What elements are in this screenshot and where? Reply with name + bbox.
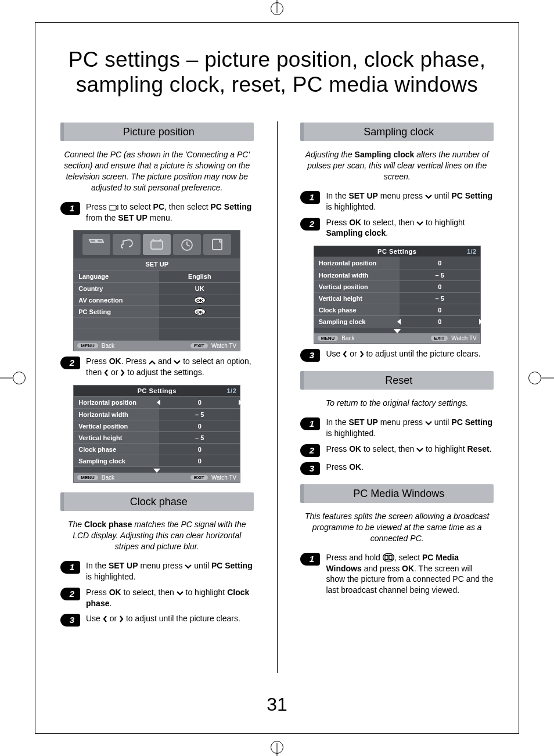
- section-header-sampling-clock: Sampling clock: [300, 123, 494, 141]
- chevron-left-icon: [104, 369, 109, 376]
- osd-body: LanguageEnglish CountryUK AV connectionO…: [73, 270, 240, 341]
- svg-rect-3: [151, 241, 163, 249]
- page-number: 31: [60, 694, 494, 715]
- chevron-right-icon: [359, 351, 364, 358]
- chevron-down-icon: [425, 194, 432, 200]
- ok-icon: OK: [194, 308, 206, 315]
- intro-clock-phase: The Clock phase matches the PC signal wi…: [64, 519, 250, 552]
- page: PC settings – picture position, clock ph…: [0, 0, 554, 756]
- page-title: PC settings – picture position, clock ph…: [60, 48, 494, 97]
- svg-rect-5: [213, 239, 222, 250]
- osd-row-label: Language: [74, 271, 159, 282]
- step-badge-1: 1: [60, 202, 80, 215]
- section-header-pc-media: PC Media Windows: [300, 484, 494, 503]
- osd-more-down-icon: [314, 327, 481, 333]
- chevron-left-icon: [103, 615, 107, 622]
- osd-setup-menu: SET UP LanguageEnglish CountryUK AV conn…: [73, 230, 240, 351]
- chevron-down-icon: [177, 591, 184, 596]
- section-header-picture-position: Picture position: [60, 123, 254, 141]
- step-badge-3: 3: [300, 462, 320, 475]
- step-badge-2: 2: [300, 218, 320, 231]
- intro-sampling-clock: Adjusting the Sampling clock alters the …: [304, 149, 490, 182]
- chevron-down-icon: [425, 420, 432, 426]
- chevron-down-icon: [416, 447, 423, 453]
- svg-text:3: 3: [310, 350, 315, 360]
- step-text: Press to select PC, then select PC Setti…: [86, 201, 254, 224]
- step-badge-1: 1: [300, 417, 320, 430]
- svg-text:OK: OK: [196, 298, 203, 303]
- svg-rect-35: [389, 555, 392, 559]
- intro-pc-media: This features splits the screen allowing…: [304, 511, 490, 544]
- osd-icon-bar: [73, 230, 240, 258]
- osd-footer: MENU Back EXIT Watch TV: [73, 341, 240, 351]
- step-badge-2: 2: [300, 444, 320, 457]
- chevron-down-icon: [416, 221, 423, 226]
- chevron-down-icon: [174, 359, 181, 365]
- osd-header: PC Settings1/2: [73, 385, 240, 396]
- svg-text:3: 3: [310, 463, 315, 473]
- osd-tile-lock-icon: [203, 234, 231, 255]
- ok-icon: OK: [194, 297, 206, 304]
- svg-rect-2: [109, 206, 116, 210]
- svg-text:2: 2: [309, 445, 315, 455]
- osd-tile-setup-icon: [143, 234, 171, 255]
- section-header-reset: Reset: [300, 371, 494, 390]
- step-badge-2: 2: [60, 357, 80, 369]
- chevron-right-icon: [119, 615, 124, 622]
- svg-text:1: 1: [70, 562, 74, 572]
- menu-pill: MENU: [77, 343, 98, 348]
- intro-reset: To return to the original factory settin…: [304, 398, 490, 409]
- osd-more-down-icon: [73, 467, 240, 473]
- step-badge-1: 1: [300, 553, 320, 566]
- svg-text:3: 3: [70, 615, 75, 625]
- right-column: Sampling clock Adjusting the Sampling cl…: [300, 113, 494, 673]
- left-column: Picture position Connect the PC (as show…: [60, 113, 254, 673]
- osd-pc-settings-sampling: PC Settings1/2 Horizontal position0 Hori…: [314, 246, 481, 344]
- exit-pill: EXIT: [190, 343, 208, 348]
- step-2: 2 Press OK. Press and to select an optio…: [60, 356, 254, 378]
- osd-tile-sound-icon: [113, 234, 141, 255]
- step-badge-1: 1: [60, 561, 80, 574]
- svg-text:1: 1: [310, 419, 314, 429]
- svg-text:1: 1: [310, 192, 314, 202]
- svg-text:1: 1: [70, 203, 74, 213]
- svg-text:2: 2: [69, 589, 75, 599]
- svg-rect-34: [385, 555, 388, 559]
- step-badge-2: 2: [60, 588, 80, 600]
- svg-text:OK: OK: [196, 309, 203, 315]
- input-select-icon: [109, 204, 118, 211]
- osd-page-indicator: 1/2: [226, 387, 236, 394]
- osd-tile-picture-icon: [82, 234, 110, 255]
- step-badge-1: 1: [300, 191, 320, 204]
- osd-row-value: English: [159, 273, 240, 280]
- chevron-up-icon: [149, 359, 156, 365]
- intro-picture-position: Connect the PC (as shown in the 'Connect…: [64, 149, 250, 193]
- column-divider: [277, 121, 278, 673]
- osd-setup-title: SET UP: [73, 258, 240, 270]
- osd-tile-timer-icon: [173, 234, 201, 255]
- step-1: 1 Press to select PC, then select PC Set…: [60, 201, 254, 224]
- step-badge-3: 3: [300, 349, 320, 362]
- svg-text:1: 1: [310, 554, 314, 564]
- chevron-down-icon: [185, 564, 192, 570]
- section-header-clock-phase: Clock phase: [60, 492, 254, 511]
- osd-pc-settings: PC Settings1/2 Horizontal position0 Hori…: [73, 385, 240, 483]
- svg-point-6: [220, 240, 222, 242]
- pip-button-icon: [383, 553, 394, 561]
- svg-text:2: 2: [69, 358, 75, 368]
- step-badge-3: 3: [60, 614, 80, 627]
- svg-text:2: 2: [309, 219, 315, 229]
